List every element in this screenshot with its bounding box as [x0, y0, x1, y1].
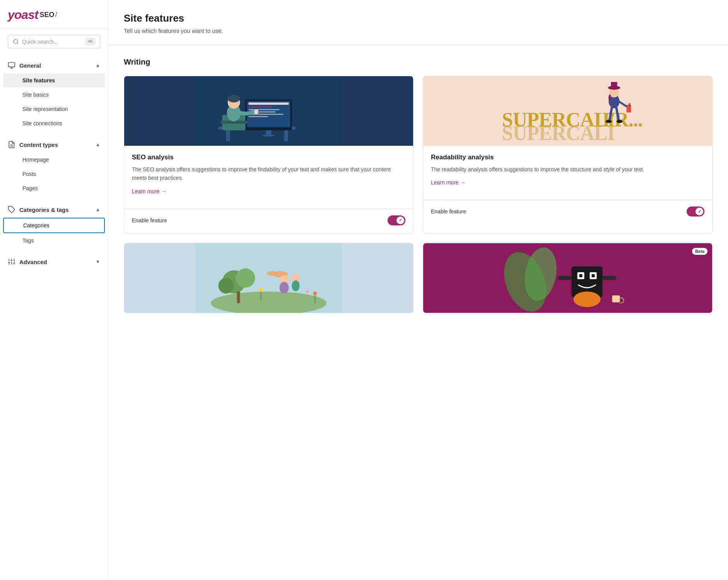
- svg-rect-19: [226, 130, 230, 141]
- nav-section-general-left: General: [8, 61, 41, 69]
- logo-area: yoast SEO /: [0, 0, 108, 29]
- main-content: Site features Tell us which features you…: [108, 0, 728, 580]
- seo-analysis-divider: [124, 209, 413, 209]
- general-section-title: General: [19, 62, 41, 69]
- svg-point-35: [228, 95, 240, 102]
- svg-rect-30: [263, 135, 275, 136]
- svg-point-79: [574, 292, 601, 307]
- svg-point-65: [313, 292, 317, 295]
- bottom-cards-grid: Beta: [124, 243, 713, 313]
- svg-rect-20: [284, 130, 288, 141]
- svg-point-55: [236, 268, 255, 288]
- bottom-right-card-image: Beta: [423, 243, 712, 313]
- beta-badge: Beta: [692, 248, 707, 255]
- page-title: Site features: [124, 12, 713, 24]
- seo-illustration: [124, 76, 413, 146]
- svg-line-1: [17, 43, 18, 44]
- svg-rect-2: [9, 63, 15, 67]
- svg-text:SUPERCALI: SUPERCALI: [502, 122, 615, 144]
- writing-cards-grid: SEO analysis The SEO analysis offers sug…: [124, 76, 713, 234]
- readability-analysis-toggle[interactable]: ✓: [687, 206, 704, 217]
- svg-point-61: [280, 282, 289, 293]
- seo-analysis-card-body: SEO analysis The SEO analysis offers sug…: [124, 146, 413, 203]
- readability-analysis-enable-label: Enable feature: [431, 208, 466, 215]
- svg-rect-24: [249, 106, 272, 108]
- advanced-section-title: Advanced: [19, 259, 47, 265]
- readability-analysis-enable-row: Enable feature ✓: [423, 206, 712, 224]
- content-types-chevron-icon: ▲: [96, 142, 100, 147]
- nav-section-content-types-header[interactable]: Content types ▲: [0, 137, 108, 152]
- content-area: Writing: [108, 45, 728, 335]
- readability-analysis-title: Readability analysis: [431, 154, 704, 161]
- svg-rect-76: [592, 274, 595, 277]
- sidebar-item-site-connections[interactable]: Site connections: [3, 116, 105, 130]
- sidebar-item-posts[interactable]: Posts: [3, 167, 105, 181]
- nav-section-content-types: Content types ▲ Homepage Posts Pages: [0, 134, 108, 199]
- sidebar-item-site-basics[interactable]: Site basics: [3, 88, 105, 102]
- nav-section-categories-tags-header[interactable]: Categories & tags ▲: [0, 202, 108, 217]
- search-placeholder: Quick search...: [22, 39, 82, 45]
- svg-rect-75: [579, 274, 583, 277]
- advanced-chevron-icon: ▼: [96, 259, 100, 264]
- categories-tags-chevron-icon: ▲: [96, 207, 100, 212]
- svg-point-59: [267, 271, 279, 276]
- seo-analysis-title: SEO analysis: [132, 154, 405, 161]
- seo-analysis-card: SEO analysis The SEO analysis offers sug…: [124, 76, 414, 234]
- sidebar-item-tags[interactable]: Tags: [3, 234, 105, 247]
- sidebar-item-homepage[interactable]: Homepage: [3, 153, 105, 167]
- svg-rect-51: [629, 103, 631, 106]
- page-header: Site features Tell us which features you…: [108, 0, 728, 45]
- logo-seo-text: SEO: [40, 11, 55, 19]
- readability-analysis-learn-more[interactable]: Learn more →: [431, 179, 466, 186]
- nav-section-categories-tags-left: Categories & tags: [8, 206, 69, 213]
- readability-analysis-toggle-knob: ✓: [696, 208, 703, 215]
- sidebar-item-site-features[interactable]: Site features: [3, 73, 105, 87]
- readability-analysis-image: SUPERCALI SUPERCALI FR...: [423, 76, 712, 146]
- categories-tags-section-title: Categories & tags: [19, 206, 69, 213]
- nav-section-advanced: Advanced ▼: [0, 251, 108, 273]
- svg-point-48: [617, 120, 623, 123]
- bottom-left-card: [124, 243, 414, 313]
- robot-illustration: [423, 243, 712, 313]
- svg-rect-28: [249, 116, 268, 117]
- seo-analysis-learn-more[interactable]: Learn more →: [132, 188, 167, 194]
- svg-rect-78: [603, 276, 616, 280]
- seo-analysis-image: [124, 76, 413, 146]
- sidebar-item-categories[interactable]: Categories: [3, 218, 105, 233]
- sidebar-item-site-representation[interactable]: Site representation: [3, 102, 105, 116]
- page-subtitle: Tell us which features you want to use.: [124, 27, 713, 34]
- sliders-icon: [8, 258, 15, 266]
- sidebar: yoast SEO / Quick search... ⌘K General ▲…: [0, 0, 108, 580]
- svg-rect-36: [255, 109, 258, 114]
- nav-section-general-header[interactable]: General ▲: [0, 58, 108, 73]
- search-shortcut: ⌘K: [85, 38, 95, 45]
- svg-rect-44: [611, 82, 617, 89]
- svg-rect-77: [558, 276, 572, 280]
- document-icon: [8, 141, 15, 148]
- svg-point-66: [306, 290, 309, 293]
- readability-analysis-card-body: Readability analysis The readability ana…: [423, 146, 712, 194]
- svg-point-56: [219, 278, 234, 293]
- nav-section-advanced-header[interactable]: Advanced ▼: [0, 254, 108, 270]
- seo-analysis-toggle[interactable]: ✓: [388, 215, 405, 225]
- search-box[interactable]: Quick search... ⌘K: [8, 35, 100, 48]
- seo-analysis-toggle-knob: ✓: [396, 217, 404, 224]
- svg-rect-80: [612, 295, 620, 302]
- monitor-icon: [8, 61, 15, 69]
- svg-rect-57: [237, 292, 240, 303]
- search-icon: [13, 39, 19, 45]
- content-types-section-title: Content types: [19, 142, 58, 148]
- seo-analysis-enable-label: Enable feature: [132, 217, 167, 223]
- nav-section-categories-tags: Categories & tags ▲ Categories Tags: [0, 199, 108, 251]
- svg-rect-23: [249, 102, 289, 105]
- garden-illustration: [124, 243, 413, 313]
- logo-slash-text: /: [55, 11, 57, 19]
- seo-analysis-description: The SEO analysis offers suggestions to i…: [132, 165, 405, 183]
- nav-section-general: General ▲ Site features Site basics Site…: [0, 55, 108, 134]
- readability-illustration: SUPERCALI SUPERCALI FR...: [423, 76, 712, 146]
- tags-icon: [8, 206, 15, 213]
- logo-yoast-text: yoast: [8, 8, 38, 22]
- seo-analysis-toggle-check: ✓: [399, 218, 402, 223]
- search-area: Quick search... ⌘K: [0, 29, 108, 55]
- sidebar-item-pages[interactable]: Pages: [3, 181, 105, 195]
